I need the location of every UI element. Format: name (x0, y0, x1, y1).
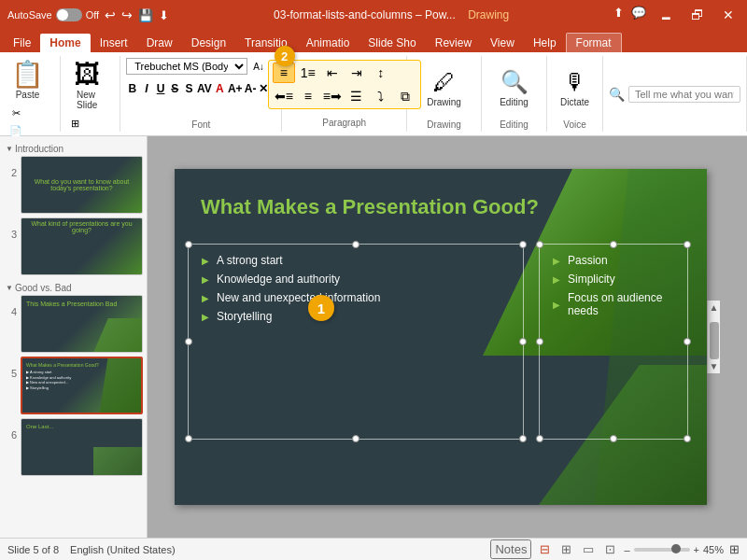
view-normal-icon[interactable]: ⊟ (537, 541, 553, 557)
handle-bl[interactable] (185, 435, 192, 442)
align-right-button[interactable]: ≡➡ (321, 86, 344, 106)
slide-number-5: 5 (4, 368, 17, 379)
handle-r-tr[interactable] (684, 241, 691, 248)
zoom-in-button[interactable]: + (694, 544, 699, 555)
strikethrough-button[interactable]: S (169, 79, 181, 98)
slide-thumbnail-2[interactable]: What do you want to know about today's p… (21, 156, 143, 214)
slide-thumbnail-3[interactable]: What kind of presentations are you going… (21, 217, 143, 275)
scroll-up-arrow[interactable]: ▲ (708, 301, 721, 315)
tab-format[interactable]: Format (566, 33, 622, 52)
slide-thumb-4[interactable]: 4 This Makes a Presentation Bad (4, 295, 143, 353)
align-center-button[interactable]: ≡ (297, 86, 319, 106)
tab-file[interactable]: File (4, 34, 40, 52)
numbered-list-button[interactable]: 1≡ (297, 63, 319, 83)
save-icon[interactable]: 💾 (138, 8, 153, 22)
window-controls: ⬆ 💬 🗕 🗗 ✕ (613, 6, 740, 24)
zoom-slider[interactable] (634, 548, 690, 552)
slide-thumb-2[interactable]: 2 What do you want to know about today's… (4, 156, 143, 214)
text-direction-button[interactable]: ⤵ (370, 86, 392, 106)
slide-thumb-3[interactable]: 3 What kind of presentations are you goi… (4, 217, 143, 275)
minimize-button[interactable]: 🗕 (654, 6, 678, 24)
comments-icon[interactable]: 💬 (631, 6, 646, 24)
handle-r-bm[interactable] (610, 435, 617, 442)
tab-animations[interactable]: Animatio (297, 34, 359, 52)
redo-icon[interactable]: ↪ (121, 7, 133, 22)
drawing-button[interactable]: 🖊 Drawing (421, 65, 467, 111)
tab-draw[interactable]: Draw (137, 34, 182, 52)
layout-button[interactable]: ⊞ (66, 116, 83, 132)
handle-tl[interactable] (185, 241, 192, 248)
handle-ml[interactable] (185, 338, 192, 345)
autosave-toggle[interactable] (56, 8, 82, 21)
scroll-down-arrow[interactable]: ▼ (708, 359, 721, 373)
handle-r-bl[interactable] (536, 435, 543, 442)
voice-group: 🎙 Dictate Voice (547, 56, 603, 132)
notes-button[interactable]: Notes (490, 539, 531, 559)
tab-review[interactable]: Review (426, 34, 481, 52)
annotation-badge-2: 2 (275, 46, 295, 66)
text-content-box-right[interactable]: ▶Passion ▶Simplicity ▶Focus on audience … (539, 244, 688, 440)
fontsize-down[interactable]: A- (245, 79, 257, 98)
slide-thumbnail-4[interactable]: This Makes a Presentation Bad (21, 295, 143, 353)
handle-tm[interactable] (352, 241, 359, 248)
tell-me-input[interactable] (628, 86, 740, 103)
editing-group: 🔍 Editing Editing (482, 56, 547, 132)
handle-r-ml[interactable] (536, 338, 543, 345)
convert-columns-button[interactable]: ⧉ (394, 86, 416, 106)
slide-info: Slide 5 of 8 (7, 544, 59, 555)
ribbon-tabs: File Home Insert Draw Design Transitio A… (0, 30, 747, 52)
handle-br[interactable] (519, 435, 527, 442)
underline-button[interactable]: U (155, 79, 167, 98)
font-family-select[interactable]: Trebuchet MS (Body) (126, 58, 247, 75)
language-info: English (United States) (70, 544, 176, 555)
italic-button[interactable]: I (140, 79, 152, 98)
charspacing-button[interactable]: AV (197, 79, 212, 98)
view-slide-sorter-icon[interactable]: ⊞ (558, 541, 574, 557)
zoom-out-button[interactable]: – (624, 544, 629, 555)
view-reading-icon[interactable]: ▭ (580, 541, 597, 557)
close-button[interactable]: ✕ (717, 6, 740, 24)
align-left-button[interactable]: ⬅≡ (273, 86, 295, 106)
dictate-button[interactable]: 🎙 Dictate (555, 65, 596, 111)
handle-bm[interactable] (352, 435, 359, 442)
fontsize-up[interactable]: A+ (228, 79, 243, 98)
handle-r-tl[interactable] (536, 241, 543, 248)
restore-button[interactable]: 🗗 (685, 6, 710, 24)
tab-help[interactable]: Help (524, 34, 566, 52)
justify-button[interactable]: ☰ (345, 86, 368, 106)
view-presenter-icon[interactable]: ⊡ (602, 541, 618, 557)
paste-button[interactable]: 📋 Paste (6, 58, 49, 104)
autosave-control[interactable]: AutoSave Off (7, 8, 99, 21)
font-size-decrease[interactable]: A↓ (249, 60, 268, 74)
tab-design[interactable]: Design (182, 34, 235, 52)
scroll-thumb[interactable] (710, 322, 719, 359)
handle-tr[interactable] (519, 241, 527, 248)
share-icon[interactable]: ⬆ (613, 6, 624, 24)
shadow-button[interactable]: S (183, 79, 195, 98)
text-content-box-left[interactable]: ▶A strong start ▶Knowledge and authority… (188, 244, 524, 440)
bold-button[interactable]: B (126, 79, 138, 98)
handle-r-tm[interactable] (610, 241, 617, 248)
cut-button[interactable]: ✂ (6, 105, 26, 121)
tab-slideshow[interactable]: Slide Sho (359, 34, 425, 52)
new-slide-button[interactable]: 🖼 NewSlide (66, 58, 107, 114)
undo-icon[interactable]: ↩ (105, 7, 116, 22)
increase-indent-button[interactable]: ⇥ (345, 63, 368, 83)
slide-thumb-5[interactable]: 5 What Makes a Presentation Good? ▶ A st… (4, 357, 143, 414)
decrease-indent-button[interactable]: ⇤ (321, 63, 344, 83)
editing-button[interactable]: 🔍 Editing (494, 65, 535, 111)
tab-home[interactable]: Home (40, 34, 90, 52)
fit-slide-button[interactable]: ⊞ (729, 542, 740, 556)
fontcolor-button[interactable]: A (214, 79, 226, 98)
slide-thumb-6[interactable]: 6 One Last... (4, 418, 143, 476)
tab-insert[interactable]: Insert (91, 34, 137, 52)
tab-view[interactable]: View (481, 34, 524, 52)
handle-r-mr[interactable] (684, 338, 691, 345)
customize-icon[interactable]: ⬇ (159, 8, 169, 22)
line-spacing-button[interactable]: ↕ (370, 63, 392, 83)
handle-mr[interactable] (519, 338, 527, 345)
handle-r-br[interactable] (684, 435, 691, 442)
slide-thumbnail-5[interactable]: What Makes a Presentation Good? ▶ A stro… (21, 357, 143, 414)
slide-number-3: 3 (4, 229, 17, 240)
slide-thumbnail-6[interactable]: One Last... (21, 418, 143, 476)
